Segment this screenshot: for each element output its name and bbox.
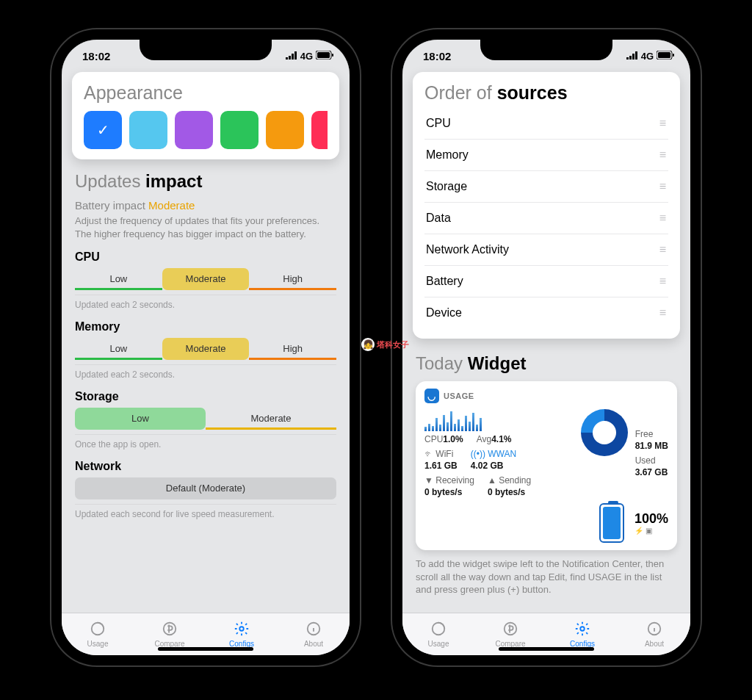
drag-handle-icon[interactable]: ≡: [659, 180, 667, 193]
svg-rect-15: [632, 54, 634, 59]
tab-icon: [234, 621, 250, 638]
tab-usage[interactable]: Usage: [402, 613, 474, 655]
tab-label: Usage: [428, 640, 449, 648]
tab-label: Usage: [87, 640, 109, 648]
drag-handle-icon[interactable]: ≡: [659, 212, 667, 225]
freq-name: Storage: [75, 390, 336, 403]
order-row[interactable]: Memory≡: [424, 139, 668, 170]
color-swatch[interactable]: [266, 111, 304, 149]
home-indicator[interactable]: [499, 647, 594, 651]
usage-chip-label: USAGE: [444, 392, 474, 400]
tab-label: About: [304, 640, 323, 648]
order-label: CPU: [426, 117, 451, 130]
freq-name: Network: [75, 460, 336, 473]
battery-impact-label: Battery impact: [75, 199, 145, 212]
tab-icon: [90, 621, 106, 638]
status-time: 18:02: [82, 50, 110, 62]
updates-title-bold: impact: [145, 171, 202, 191]
freq-option[interactable]: Low: [75, 268, 162, 290]
svg-rect-14: [629, 56, 632, 59]
freq-option[interactable]: Moderate: [206, 408, 336, 430]
widget-title-bold: Widget: [468, 353, 527, 373]
phone-left: 18:02 4G Appearance ✓: [51, 29, 360, 665]
freq-name: Memory: [75, 320, 336, 333]
phone-right: 18:02 4G Order of sources: [392, 29, 701, 665]
battery-percent: 100%: [634, 511, 668, 527]
svg-rect-1: [289, 56, 291, 59]
freq-option[interactable]: High: [249, 338, 336, 360]
tab-icon: [430, 621, 446, 638]
order-title-light: Order of: [424, 82, 492, 103]
order-row[interactable]: Data≡: [424, 202, 668, 234]
order-row[interactable]: Device≡: [424, 297, 668, 328]
battery-icon: [657, 51, 674, 62]
svg-rect-13: [626, 57, 629, 59]
svg-rect-18: [658, 52, 670, 58]
freq-option[interactable]: High: [249, 268, 336, 290]
widget-title-light: Today: [416, 353, 463, 373]
tab-icon: [574, 621, 590, 638]
freq-block-network: NetworkDefault (Moderate)Updated each se…: [75, 460, 336, 519]
appearance-card: Appearance ✓: [72, 72, 339, 159]
tab-icon: [162, 621, 178, 638]
battery-icon: [316, 51, 333, 62]
color-swatch[interactable]: ✓: [84, 111, 122, 149]
svg-rect-0: [286, 57, 288, 59]
status-net: 4G: [641, 51, 654, 62]
home-indicator[interactable]: [158, 647, 253, 651]
watermark: 👧塔科女子: [361, 338, 409, 351]
signal-icon: [626, 51, 638, 62]
freq-block-cpu: CPULowModerateHighUpdated each 2 seconds…: [75, 250, 336, 310]
freq-option[interactable]: Low: [75, 338, 162, 360]
widget-preview: ◡ USAGE CPU1.0% Avg4.1%: [416, 381, 677, 550]
order-label: Memory: [426, 148, 469, 162]
svg-rect-19: [673, 54, 674, 57]
order-row[interactable]: Network Activity≡: [424, 234, 668, 265]
charging-icons: ⚡ ▣: [634, 527, 652, 535]
svg-rect-3: [294, 51, 297, 59]
freq-option[interactable]: Moderate: [162, 268, 250, 290]
cpu-sparkline: [424, 409, 574, 431]
battery-impact-value: Moderate: [148, 199, 195, 212]
order-row[interactable]: Storage≡: [424, 170, 668, 202]
drag-handle-icon[interactable]: ≡: [659, 275, 667, 288]
order-label: Battery: [426, 275, 463, 288]
freq-hint: Updated each 2 seconds.: [75, 295, 336, 310]
drag-handle-icon[interactable]: ≡: [659, 306, 667, 320]
freq-block-storage: StorageLowModerateOnce the app is open.: [75, 390, 336, 450]
freq-hint: Once the app is open.: [75, 434, 336, 450]
order-title-bold: sources: [497, 82, 568, 103]
widget-help: To add the widget swipe left to the Noti…: [416, 558, 677, 596]
order-label: Data: [426, 212, 451, 225]
order-label: Device: [426, 306, 462, 320]
usage-app-icon: ◡: [424, 389, 439, 403]
appearance-title: Appearance: [84, 82, 183, 103]
color-swatch[interactable]: [220, 111, 258, 149]
tab-about[interactable]: About: [278, 613, 350, 655]
battery-big-icon: [599, 503, 624, 543]
today-widget-section: Today Widget ◡ USAGE: [413, 353, 680, 596]
drag-handle-icon[interactable]: ≡: [659, 243, 667, 256]
notch: [480, 40, 612, 60]
freq-option[interactable]: Low: [75, 408, 206, 430]
order-row[interactable]: CPU≡: [424, 108, 668, 139]
drag-handle-icon[interactable]: ≡: [659, 148, 667, 162]
color-swatch[interactable]: [129, 111, 167, 149]
order-row[interactable]: Battery≡: [424, 265, 668, 297]
svg-rect-16: [635, 51, 637, 59]
freq-option[interactable]: Default (Moderate): [75, 477, 336, 499]
freq-block-memory: MemoryLowModerateHighUpdated each 2 seco…: [75, 320, 336, 380]
tab-icon: [306, 621, 322, 638]
order-label: Storage: [426, 180, 467, 193]
status-net: 4G: [300, 51, 313, 62]
freq-hint: Updated each 2 seconds.: [75, 364, 336, 380]
updates-title-light: Updates: [75, 171, 140, 191]
color-swatch[interactable]: [311, 111, 328, 149]
tab-usage[interactable]: Usage: [62, 613, 134, 655]
freq-option[interactable]: Moderate: [162, 338, 250, 360]
notch: [140, 40, 272, 60]
order-label: Network Activity: [426, 243, 509, 256]
color-swatch[interactable]: [175, 111, 213, 149]
drag-handle-icon[interactable]: ≡: [659, 117, 667, 130]
tab-about[interactable]: About: [618, 613, 690, 655]
